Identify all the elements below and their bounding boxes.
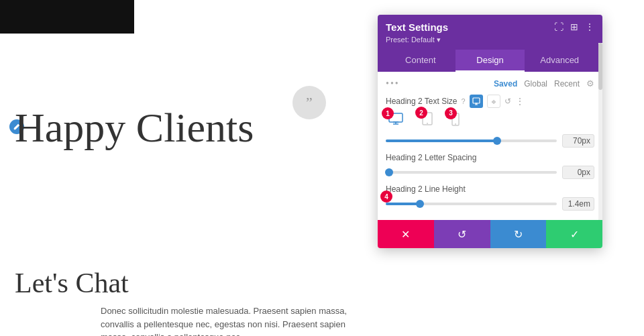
- quote-bubble: ”: [292, 86, 326, 119]
- undo-small-icon[interactable]: ↺: [504, 97, 511, 106]
- tab-advanced[interactable]: Advanced: [525, 50, 594, 72]
- panel-preset[interactable]: Preset: Default ▾: [386, 36, 594, 44]
- help-icon[interactable]: ?: [462, 97, 466, 105]
- badge-2: 2: [415, 107, 427, 119]
- panel-tabs: Content Design Advanced: [386, 50, 594, 72]
- line-height-value[interactable]: 1.4em: [562, 197, 594, 211]
- redo-button[interactable]: ↻: [490, 220, 547, 248]
- options-icon[interactable]: ⋮: [515, 96, 525, 107]
- body-text: Donec sollicitudin molestie malesuada. P…: [101, 304, 369, 336]
- tab-design[interactable]: Design: [455, 50, 525, 72]
- panel-title: Text Settings: [386, 21, 448, 33]
- layout-icon[interactable]: ⊞: [570, 21, 578, 33]
- scroll-track: [598, 43, 602, 220]
- svg-rect-0: [473, 98, 480, 103]
- badge-1: 1: [382, 107, 394, 119]
- badge-3: 3: [445, 107, 457, 119]
- svg-point-11: [455, 123, 456, 125]
- tab-content[interactable]: Content: [386, 50, 455, 72]
- letter-spacing-thumb[interactable]: [385, 168, 393, 176]
- cancel-button[interactable]: ✕: [378, 220, 434, 248]
- recent-btn[interactable]: Recent: [554, 79, 580, 89]
- cursor-icon-btn[interactable]: ⎆: [487, 95, 500, 108]
- line-height-slider-row: 4 1.4em: [386, 197, 594, 211]
- scroll-thumb[interactable]: [598, 43, 602, 90]
- line-height-fill: [386, 203, 420, 205]
- line-height-label: Heading 2 Line Height: [386, 184, 594, 194]
- happy-clients-heading: Happy Clients: [15, 104, 254, 152]
- saved-btn[interactable]: Saved: [494, 79, 517, 89]
- more-icon[interactable]: ⋮: [585, 21, 594, 33]
- svg-point-9: [427, 123, 428, 124]
- device-badge-row: 1 2: [386, 112, 594, 129]
- action-bar: ✕ ↺ ↻ ✓: [378, 220, 602, 248]
- letter-spacing-slider-row: 0px: [386, 166, 594, 179]
- top-bar-triangle: [94, 0, 134, 34]
- text-size-track[interactable]: [386, 139, 557, 142]
- toolbar-row: ••• Saved Global Recent ⚙: [386, 78, 594, 89]
- letter-spacing-track[interactable]: [386, 171, 557, 174]
- expand-icon[interactable]: ⛶: [554, 22, 564, 33]
- line-height-thumb[interactable]: [416, 200, 424, 208]
- text-settings-panel: Text Settings ⛶ ⊞ ⋮ Preset: Default ▾ Co…: [378, 15, 602, 248]
- desktop-icon-btn[interactable]: [470, 95, 483, 108]
- save-button[interactable]: ✓: [546, 220, 602, 248]
- global-btn[interactable]: Global: [524, 79, 547, 89]
- text-size-thumb[interactable]: [493, 137, 501, 145]
- letter-spacing-label: Heading 2 Letter Spacing: [386, 153, 594, 162]
- lets-chat-heading: Let's Chat: [15, 267, 129, 299]
- panel-header: Text Settings ⛶ ⊞ ⋮ Preset: Default ▾ Co…: [378, 15, 602, 72]
- line-height-track[interactable]: [386, 203, 557, 205]
- text-size-fill: [386, 139, 497, 142]
- gear-icon[interactable]: ⚙: [586, 78, 594, 89]
- panel-header-icons: ⛶ ⊞ ⋮: [554, 21, 594, 33]
- text-size-slider-row: 70px: [386, 134, 594, 148]
- toolbar-dots: •••: [386, 78, 400, 89]
- badge-4: 4: [380, 190, 392, 203]
- toolbar-right: Saved Global Recent ⚙: [494, 78, 594, 89]
- panel-body: ••• Saved Global Recent ⚙ Heading 2 Text…: [378, 72, 602, 220]
- text-size-label: Heading 2 Text Size: [386, 97, 458, 106]
- letter-spacing-value[interactable]: 0px: [562, 166, 594, 179]
- text-size-label-row: Heading 2 Text Size ? ⎆ ↺ ⋮: [386, 95, 594, 108]
- text-size-value[interactable]: 70px: [562, 134, 594, 148]
- undo-button[interactable]: ↺: [434, 220, 490, 248]
